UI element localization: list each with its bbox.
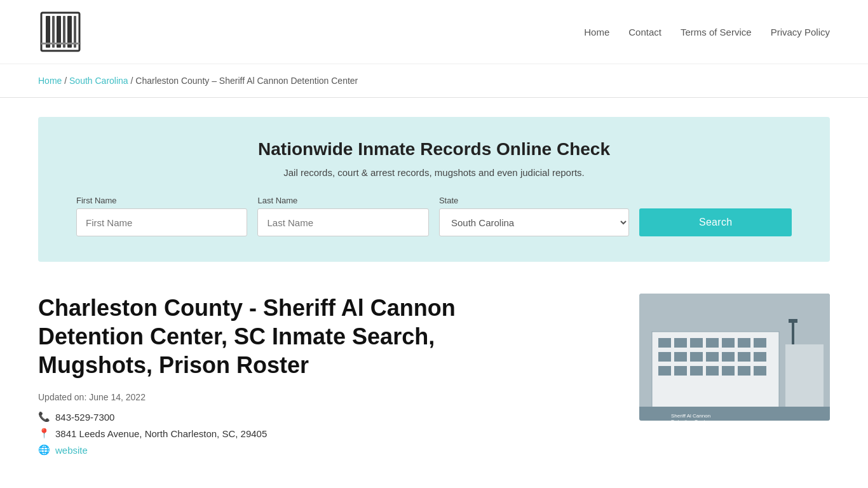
svg-rect-28 [706,366,719,376]
logo-icon [38,10,83,54]
svg-rect-33 [789,319,797,323]
svg-rect-12 [674,338,687,348]
svg-rect-35 [639,407,830,421]
address-row: 📍 3841 Leeds Avenue, North Charleston, S… [38,428,620,439]
svg-text:Detention Center: Detention Center [671,419,710,421]
nav-home[interactable]: Home [584,27,609,37]
breadcrumb: Home / South Carolina / Charleston Count… [38,76,830,86]
nav-terms[interactable]: Terms of Service [681,27,752,37]
svg-rect-24 [754,352,766,362]
breadcrumb-current: Charleston County – Sheriff Al Cannon De… [135,76,358,86]
svg-rect-34 [785,344,824,408]
facility-image-section: Sheriff Al Cannon Detention Center [639,294,830,461]
breadcrumb-home[interactable]: Home [38,76,62,86]
svg-rect-15 [722,338,735,348]
svg-rect-16 [738,338,750,348]
main-nav: Home Contact Terms of Service Privacy Po… [584,27,830,37]
nav-contact[interactable]: Contact [628,27,661,37]
svg-rect-23 [738,352,750,362]
svg-text:Sheriff Al Cannon: Sheriff Al Cannon [671,413,710,419]
svg-rect-27 [690,366,703,376]
breadcrumb-section: Home / South Carolina / Charleston Count… [0,64,868,98]
nav-privacy[interactable]: Privacy Policy [771,27,830,37]
state-label: State [439,196,629,205]
last-name-group: Last Name [257,196,428,236]
website-row: 🌐 website [38,444,620,456]
svg-rect-25 [658,366,671,376]
search-banner: Nationwide Inmate Records Online Check J… [38,117,830,262]
content-with-image: Charleston County - Sheriff Al Cannon De… [38,294,830,461]
facility-image: Sheriff Al Cannon Detention Center [639,294,830,421]
state-group: State South Carolina Alabama Alaska Ariz… [439,196,629,236]
svg-rect-30 [738,366,750,376]
svg-rect-11 [658,338,671,348]
svg-rect-18 [658,352,671,362]
svg-rect-17 [754,338,766,348]
facility-svg: Sheriff Al Cannon Detention Center [639,294,830,421]
phone-row: 📞 843-529-7300 [38,411,620,423]
website-link[interactable]: website [55,445,88,456]
location-icon: 📍 [38,428,50,439]
banner-subtitle: Jail records, court & arrest records, mu… [76,167,792,178]
text-section: Charleston County - Sheriff Al Cannon De… [38,294,620,461]
svg-rect-13 [690,338,703,348]
updated-date: Updated on: June 14, 2022 [38,392,620,402]
globe-icon: 🌐 [38,444,50,456]
phone-number: 843-529-7300 [55,412,114,423]
address: 3841 Leeds Avenue, North Charleston, SC,… [55,428,267,439]
svg-rect-29 [722,366,735,376]
svg-rect-7 [41,43,79,44]
first-name-label: First Name [76,196,247,205]
svg-rect-26 [674,366,687,376]
breadcrumb-separator-1: / [64,76,69,86]
main-content: Charleston County - Sheriff Al Cannon De… [0,281,868,486]
breadcrumb-state[interactable]: South Carolina [69,76,128,86]
banner-title: Nationwide Inmate Records Online Check [76,139,792,159]
last-name-input[interactable] [257,208,428,236]
svg-rect-19 [674,352,687,362]
svg-rect-21 [706,352,719,362]
svg-rect-31 [754,366,766,376]
first-name-input[interactable] [76,208,247,236]
search-button[interactable]: Search [639,208,792,236]
svg-rect-20 [690,352,703,362]
state-select[interactable]: South Carolina Alabama Alaska Arizona Ar… [439,208,629,236]
first-name-group: First Name [76,196,247,236]
logo[interactable] [38,10,83,54]
svg-rect-14 [706,338,719,348]
search-form: First Name Last Name State South Carolin… [76,196,792,236]
svg-rect-22 [722,352,735,362]
phone-icon: 📞 [38,411,50,423]
site-header: Home Contact Terms of Service Privacy Po… [0,0,868,64]
last-name-label: Last Name [257,196,428,205]
page-title: Charleston County - Sheriff Al Cannon De… [38,294,475,379]
